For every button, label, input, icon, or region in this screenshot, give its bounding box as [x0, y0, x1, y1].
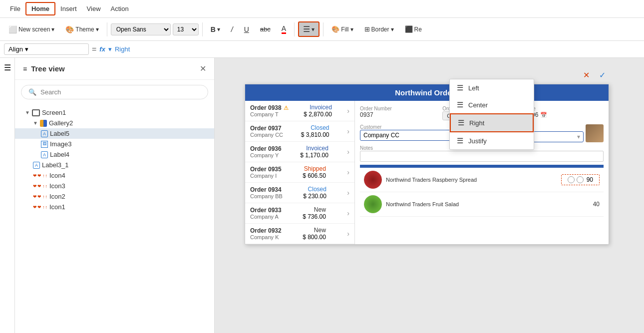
strikethrough-button[interactable]: abc — [256, 23, 275, 35]
chevron-0932: › — [347, 230, 349, 238]
tree-search-input[interactable] — [40, 88, 201, 96]
screen-icon — [32, 109, 40, 116]
company-0934: Company BB — [250, 193, 283, 199]
tree-label-label3-1: Label3_1 — [42, 161, 69, 169]
product-row-0[interactable]: Northwind Traders Raspberry Spread 90 — [360, 168, 604, 192]
company-0932: Company K — [250, 234, 282, 240]
menu-action[interactable]: Action — [106, 3, 134, 14]
qty-circle-2 — [577, 176, 584, 183]
confirm-button[interactable]: ✓ — [595, 68, 609, 82]
tree-label-icon3: Icon3 — [49, 182, 65, 190]
theme-label: Theme — [75, 26, 94, 33]
new-screen-label: New screen — [18, 26, 50, 33]
border-button[interactable]: ⊞ Border ▾ — [360, 23, 398, 35]
product-row-1[interactable]: Northwind Traders Fruit Salad 40 — [360, 192, 604, 217]
tree-item-icon3[interactable]: ❤❤ ↑↑ Icon3 — [15, 181, 214, 191]
avatar-image — [586, 124, 604, 142]
tree-panel-title: Tree view — [31, 64, 65, 73]
sep3 — [294, 22, 295, 36]
gallery-icon — [40, 120, 47, 127]
order-item-0936[interactable]: Order 0936 Company Y Invoiced $ 1,170.00… — [245, 142, 354, 162]
tree-item-image3[interactable]: 🖼 Image3 — [15, 139, 214, 149]
status-0937: Closed — [301, 124, 329, 131]
property-selector[interactable]: Align ▾ — [4, 43, 89, 55]
order-item-0938[interactable]: Order 0938 ⚠ Company T Invoiced $ 2,870.… — [245, 101, 354, 121]
notes-input[interactable] — [360, 151, 604, 162]
qty-value-0: 90 — [587, 176, 593, 183]
align-right-icon: ☰ — [458, 118, 464, 127]
tree-item-label4[interactable]: A Label4 — [15, 149, 214, 160]
order-num-0935: Order 0935 — [250, 166, 282, 173]
fill-chevron-icon: ▾ — [350, 26, 353, 33]
menu-bar: File Home Insert View Action — [0, 0, 644, 18]
icon1-icon: ❤❤ ↑↑ — [33, 205, 47, 210]
align-left-icon: ☰ — [457, 83, 463, 92]
order-item-0933[interactable]: Order 0933 Company A New $ 736.00 › — [245, 203, 354, 224]
menu-view[interactable]: View — [82, 3, 106, 14]
sep1 — [107, 22, 107, 36]
toolbar: ⬜ New screen ▾ 🎨 Theme ▾ Open Sans 13 B … — [0, 18, 644, 41]
equals-icon: = — [92, 45, 96, 54]
tree-item-icon2[interactable]: ❤❤ ↑↑ Icon2 — [15, 191, 214, 202]
image-icon-3: 🖼 — [41, 141, 48, 148]
align-option-justify[interactable]: ☰ Justify — [450, 132, 534, 149]
canvas-area: ☰ Left ☰ Center ☰ Right ☰ Justify ✕ — [215, 58, 644, 333]
status-0933: New — [303, 206, 326, 213]
align-option-right[interactable]: ☰ Right — [450, 113, 534, 132]
product-qty-0: 90 — [561, 174, 600, 185]
order-item-0932[interactable]: Order 0932 Company K New $ 800.00 › — [245, 224, 354, 244]
theme-icon: 🎨 — [65, 25, 74, 33]
menu-home[interactable]: Home — [25, 2, 55, 15]
tree-item-icon1[interactable]: ❤❤ ↑↑ Icon1 — [15, 202, 214, 212]
fill-button[interactable]: 🎨 Fill ▾ — [327, 23, 357, 35]
bold-button[interactable]: B ▾ — [206, 23, 225, 36]
align-option-center[interactable]: ☰ Center — [450, 96, 534, 113]
chevron-0934: › — [347, 189, 349, 197]
tree-label-screen1: Screen1 — [42, 109, 66, 116]
product-name-1: Northwind Traders Fruit Salad — [386, 201, 589, 207]
font-size-select[interactable]: 13 — [173, 23, 199, 35]
align-chevron-icon: ▾ — [312, 26, 315, 33]
tree-item-gallery2[interactable]: ▼ Gallery2 — [15, 118, 214, 128]
bold-icon: B — [211, 25, 216, 33]
menu-file[interactable]: File — [5, 3, 25, 14]
tree-item-screen1[interactable]: ▼ Screen1 — [15, 107, 214, 118]
sidebar-toggle-button[interactable]: ☰ — [0, 58, 15, 333]
fx-chevron-icon: ▾ — [108, 45, 112, 53]
cancel-button[interactable]: ✕ — [579, 68, 593, 82]
border-label: Border — [371, 26, 389, 33]
italic-icon: / — [231, 25, 233, 33]
underline-icon: U — [244, 25, 249, 33]
new-screen-button[interactable]: ⬜ New screen ▾ — [4, 23, 59, 36]
tree-close-button[interactable]: ✕ — [200, 64, 206, 73]
underline-button[interactable]: U — [240, 23, 254, 36]
italic-button[interactable]: / — [227, 23, 238, 36]
font-color-button[interactable]: A — [277, 22, 291, 36]
align-button[interactable]: ☰ ▾ — [298, 21, 320, 37]
tree-item-label5[interactable]: A Label5 — [15, 128, 214, 139]
align-justify-icon: ☰ — [457, 136, 463, 145]
align-option-left[interactable]: ☰ Left — [450, 79, 534, 96]
warning-icon-0938: ⚠ — [284, 105, 289, 111]
label-icon-3-1: A — [33, 162, 40, 169]
tree-item-label3-1[interactable]: A Label3_1 — [15, 160, 214, 170]
theme-button[interactable]: 🎨 Theme ▾ — [61, 23, 103, 36]
new-screen-icon: ⬜ — [8, 25, 17, 33]
formula-value: Right — [115, 45, 130, 53]
sep4 — [323, 22, 323, 36]
status-0935: Shipped — [303, 165, 326, 172]
menu-insert[interactable]: Insert — [55, 3, 82, 14]
company-0935: Company I — [250, 173, 282, 179]
font-family-select[interactable]: Open Sans — [111, 23, 171, 35]
reorder-label: Re — [414, 26, 422, 33]
reorder-button[interactable]: ⬛ Re — [400, 23, 426, 35]
order-item-0937[interactable]: Order 0937 Company CC Closed $ 3,810.00 … — [245, 121, 354, 142]
tree-label-image3: Image3 — [50, 140, 71, 148]
label-icon-4: A — [41, 151, 48, 158]
search-icon: 🔍 — [28, 88, 36, 96]
tree-item-icon4[interactable]: ❤❤ ↑↑ Icon4 — [15, 170, 214, 181]
order-item-0934[interactable]: Order 0934 Company BB Closed $ 230.00 › — [245, 183, 354, 203]
tree-search-box[interactable]: 🔍 — [21, 85, 208, 99]
order-item-0935[interactable]: Order 0935 Company I Shipped $ 606.50 › — [245, 162, 354, 183]
qty-circles-0 — [568, 176, 584, 183]
